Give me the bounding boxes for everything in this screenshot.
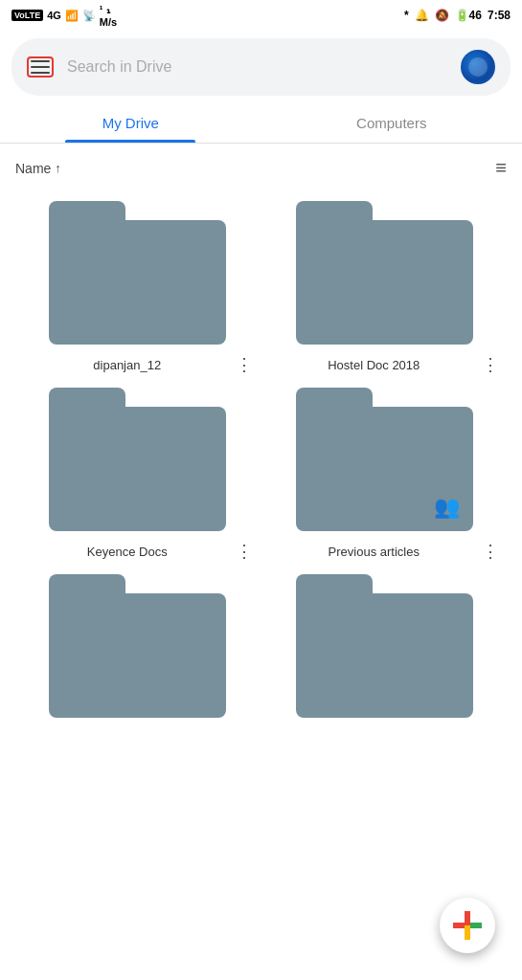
list-item[interactable]: [266, 571, 504, 727]
tabs-bar: My Drive Computers: [0, 103, 522, 144]
bluetooth-icon: *: [404, 9, 409, 22]
sort-button[interactable]: Name ↑: [15, 161, 61, 176]
folder-icon-previous[interactable]: 👥: [293, 385, 475, 533]
user-avatar[interactable]: [461, 50, 495, 84]
list-item[interactable]: dipanjan_12 ⋮: [19, 198, 257, 375]
signal-strength: 4G: [47, 10, 61, 21]
file-name: Keyence Docs: [23, 545, 232, 559]
signal-bars: 📶: [65, 10, 79, 22]
add-icon: [453, 911, 482, 940]
folder-icon-dipanjan[interactable]: [47, 198, 229, 346]
volte-badge: VoLTE: [11, 10, 43, 21]
file-name: Hostel Doc 2018: [270, 358, 479, 372]
file-name: dipanjan_12: [23, 358, 232, 372]
more-options-button[interactable]: ⋮: [236, 541, 253, 562]
folder-icon-5[interactable]: [47, 571, 229, 720]
time-display: 7:58: [488, 9, 511, 22]
battery-icon: 🔋46: [455, 9, 482, 22]
file-grid: dipanjan_12 ⋮ Hostel Doc 2018 ⋮ Keyence …: [0, 189, 522, 823]
sort-label-text: Name: [15, 161, 51, 176]
sort-direction-icon: ↑: [55, 161, 61, 175]
shared-folder-icon: 👥: [434, 495, 460, 520]
list-item[interactable]: Keyence Docs ⋮: [19, 385, 257, 562]
sort-row: Name ↑ ≡: [0, 144, 522, 189]
status-bar: VoLTE 4G 📶 📡 ¹ ₁ M/s * 🔔 🔕 🔋46 7:58: [0, 0, 522, 31]
view-toggle-button[interactable]: ≡: [495, 157, 507, 179]
list-item[interactable]: Hostel Doc 2018 ⋮: [266, 198, 504, 375]
wifi-icon: 📡: [82, 10, 96, 22]
menu-button-highlight[interactable]: [27, 56, 54, 78]
folder-icon-6[interactable]: [293, 571, 475, 720]
mute-icon: 🔕: [435, 9, 449, 22]
status-right: * 🔔 🔕 🔋46 7:58: [404, 9, 511, 22]
network-speed: ¹ ₁ M/s: [100, 4, 117, 28]
search-placeholder[interactable]: Search in Drive: [67, 58, 447, 76]
tab-my-drive[interactable]: My Drive: [0, 103, 261, 143]
fab-add-button[interactable]: [440, 898, 495, 953]
search-bar[interactable]: Search in Drive: [11, 38, 511, 96]
folder-icon-hostel[interactable]: [293, 198, 475, 346]
more-options-button[interactable]: ⋮: [482, 541, 499, 562]
list-item[interactable]: [19, 571, 257, 727]
search-bar-container: Search in Drive: [0, 31, 522, 103]
more-options-button[interactable]: ⋮: [236, 354, 253, 375]
list-item[interactable]: 👥 Previous articles ⋮: [266, 385, 504, 562]
status-left: VoLTE 4G 📶 📡 ¹ ₁ M/s: [11, 4, 117, 28]
alarm-icon: 🔔: [415, 9, 429, 22]
file-name: Previous articles: [270, 545, 479, 559]
tab-computers[interactable]: Computers: [261, 103, 523, 143]
hamburger-menu-button[interactable]: [31, 60, 50, 74]
more-options-button[interactable]: ⋮: [482, 354, 499, 375]
folder-icon-keyence[interactable]: [47, 385, 229, 533]
